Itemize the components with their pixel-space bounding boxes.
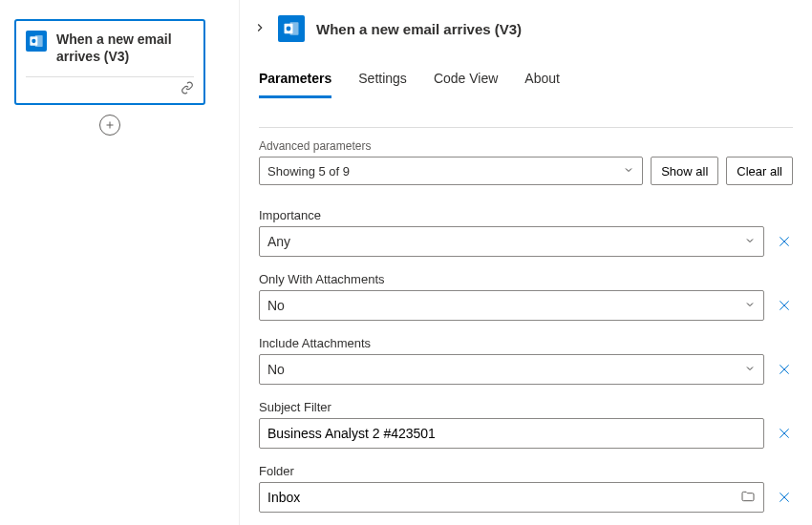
only-with-attachments-select[interactable]: No	[259, 290, 764, 321]
remove-only-with-attachments-button[interactable]	[776, 298, 793, 313]
advanced-parameters-select[interactable]: Showing 5 of 9	[259, 157, 643, 185]
tab-parameters[interactable]: Parameters	[259, 71, 331, 98]
trigger-card[interactable]: When a new email arrives (V3)	[14, 19, 205, 105]
importance-value: Any	[267, 234, 290, 249]
panel-title: When a new email arrives (V3)	[316, 21, 522, 37]
tabs: Parameters Settings Code View About	[240, 53, 812, 98]
folder-input[interactable]	[267, 490, 740, 505]
only-with-attachments-label: Only With Attachments	[259, 272, 793, 286]
clear-all-button[interactable]: Clear all	[726, 157, 793, 185]
chevron-down-icon	[744, 362, 756, 377]
chevron-down-icon	[744, 234, 756, 249]
subject-filter-input-wrap	[259, 418, 764, 449]
chevron-down-icon	[623, 164, 634, 178]
svg-point-2	[32, 39, 35, 43]
folder-picker-icon[interactable]	[740, 489, 756, 507]
remove-include-attachments-button[interactable]	[776, 362, 793, 377]
include-attachments-label: Include Attachments	[259, 336, 793, 350]
tab-settings[interactable]: Settings	[358, 71, 407, 98]
only-with-attachments-value: No	[267, 298, 285, 313]
remove-folder-button[interactable]	[776, 490, 793, 505]
collapse-chevron-icon[interactable]	[253, 21, 267, 37]
folder-input-wrap	[259, 482, 764, 513]
outlook-icon	[26, 31, 47, 52]
svg-point-7	[287, 27, 291, 32]
subject-filter-label: Subject Filter	[259, 400, 793, 414]
remove-importance-button[interactable]	[776, 234, 793, 249]
chevron-down-icon	[744, 298, 756, 313]
svg-rect-6	[290, 22, 299, 35]
advanced-parameters-label: Advanced parameters	[259, 139, 793, 153]
outlook-icon	[278, 15, 305, 42]
trigger-title: When a new email arrives (V3)	[56, 31, 194, 65]
tab-about[interactable]: About	[524, 71, 560, 98]
show-all-button[interactable]: Show all	[651, 157, 718, 185]
svg-rect-1	[35, 35, 43, 47]
advanced-parameters-value: Showing 5 of 9	[267, 164, 350, 178]
add-step-button[interactable]	[99, 115, 120, 136]
folder-label: Folder	[259, 464, 793, 478]
include-attachments-value: No	[267, 362, 285, 377]
tab-code-view[interactable]: Code View	[434, 71, 498, 98]
importance-label: Importance	[259, 208, 793, 222]
remove-subject-filter-button[interactable]	[776, 426, 793, 441]
subject-filter-input[interactable]	[267, 426, 756, 441]
link-icon	[181, 82, 194, 97]
importance-select[interactable]: Any	[259, 226, 764, 257]
include-attachments-select[interactable]: No	[259, 354, 764, 385]
